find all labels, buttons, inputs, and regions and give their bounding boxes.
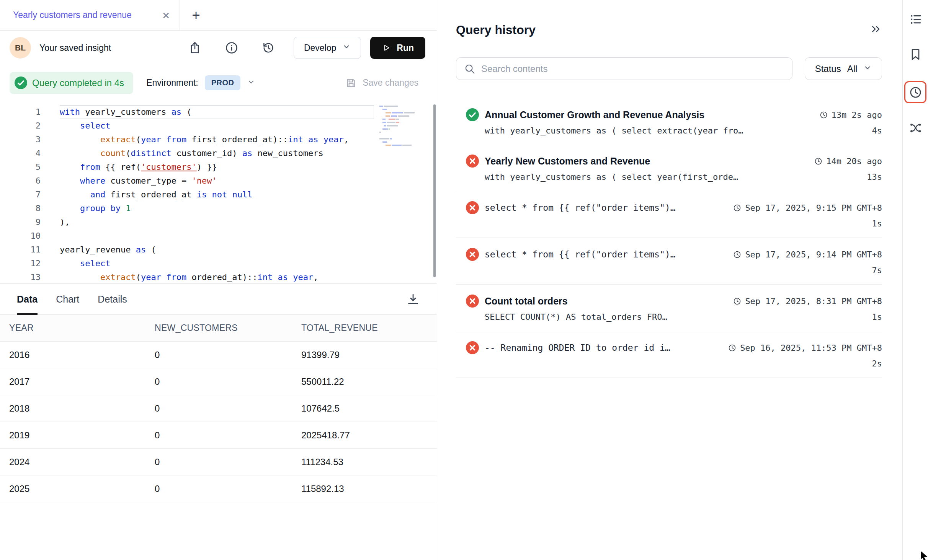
clock-icon (728, 344, 736, 352)
history-item-title: Yearly New Customers and Revenue (485, 156, 807, 167)
line-number: 4 (0, 147, 60, 160)
table-row[interactable]: 20180107642.5 (0, 395, 437, 422)
list-panel-icon[interactable] (907, 11, 924, 28)
code-line[interactable]: 6 where customer_type = 'new' (0, 174, 374, 188)
history-list: Annual Customer Growth and Revenue Analy… (456, 98, 882, 378)
table-row[interactable]: 20240111234.53 (0, 449, 437, 475)
line-number: 10 (0, 229, 60, 243)
code-text: count(distinct customer_id) as new_custo… (60, 147, 374, 160)
history-item-snippet: with yearly_customers as ( select year(f… (485, 172, 867, 182)
new-tab-button[interactable]: + (180, 0, 212, 30)
error-icon (466, 248, 479, 261)
code-line[interactable]: 7 and first_ordered_at is not null (0, 188, 374, 202)
history-item[interactable]: Count total ordersSep 17, 2025, 8:31 PM … (456, 285, 882, 331)
status-filter-dropdown[interactable]: Status All (805, 57, 882, 80)
error-icon (466, 155, 479, 168)
code-line[interactable]: 5 from {{ ref('customers') }} (0, 160, 374, 174)
line-number: 7 (0, 188, 60, 202)
history-item-top: Yearly New Customers and Revenue14m 20s … (456, 155, 882, 168)
header-icons (187, 40, 276, 55)
save-changes-button[interactable]: Save changes (345, 77, 418, 89)
results-tab-data[interactable]: Data (17, 284, 38, 314)
share-icon[interactable] (187, 40, 203, 55)
history-item-duration: 1s (872, 312, 882, 322)
history-item[interactable]: Yearly New Customers and Revenue14m 20s … (456, 145, 882, 191)
lineage-icon[interactable] (907, 119, 924, 136)
query-history-header: Query history (456, 0, 882, 37)
history-item-top: -- Renaming ORDER_ID to order_id i…Sep 1… (456, 341, 882, 354)
version-history-icon[interactable] (261, 40, 276, 55)
table-row[interactable]: 2016091399.79 (0, 342, 437, 368)
tab-bar: Yearly customers and revenue × + (0, 0, 437, 31)
code-text: with yearly_customers as ( (60, 105, 374, 119)
history-item[interactable]: select * from {{ ref("order_items")…Sep … (456, 238, 882, 285)
table-cell: 0 (155, 376, 301, 387)
search-input[interactable] (481, 63, 784, 74)
tab-yearly-customers-and-revenue[interactable]: Yearly customers and revenue × (0, 0, 180, 30)
results-tab-chart[interactable]: Chart (56, 284, 79, 314)
code-line[interactable]: 4 count(distinct customer_id) as new_cus… (0, 147, 374, 160)
code-line[interactable]: 11yearly_revenue as ( (0, 243, 374, 257)
right-icon-rail (902, 0, 928, 560)
line-number: 3 (0, 133, 60, 147)
history-item[interactable]: -- Renaming ORDER_ID to order_id i…Sep 1… (456, 331, 882, 378)
history-item[interactable]: select * from {{ ref("order_items")…Sep … (456, 191, 882, 238)
play-icon (382, 43, 391, 52)
history-clock-icon[interactable] (904, 81, 926, 103)
table-row[interactable]: 20170550011.22 (0, 368, 437, 395)
run-button-label: Run (397, 43, 414, 53)
code-line[interactable]: 13 extract(year from ordered_at)::int as… (0, 270, 374, 283)
code-line[interactable]: 9), (0, 215, 374, 229)
history-item-top: Count total ordersSep 17, 2025, 8:31 PM … (456, 295, 882, 308)
table-cell: 115892.13 (301, 483, 437, 494)
line-number: 13 (0, 270, 60, 283)
clock-icon (820, 111, 828, 119)
code-line[interactable]: 12 select (0, 257, 374, 270)
history-item-time: Sep 17, 2025, 9:14 PM GMT+8 (733, 250, 882, 259)
table-cell: 107642.5 (301, 403, 437, 414)
code-text: and first_ordered_at is not null (60, 188, 374, 202)
save-icon (345, 77, 357, 89)
bookmark-icon[interactable] (907, 46, 924, 63)
minimap[interactable] (379, 104, 430, 158)
environment-selector[interactable]: Environment: PROD (146, 75, 255, 90)
history-item-duration: 13s (867, 172, 882, 182)
table-cell: 0 (155, 403, 301, 414)
code-line[interactable]: 1with yearly_customers as ( (0, 105, 374, 119)
run-button[interactable]: Run (370, 37, 425, 59)
table-row[interactable]: 201902025418.77 (0, 422, 437, 449)
code-text: select (60, 119, 374, 133)
history-item-time: Sep 17, 2025, 8:31 PM GMT+8 (733, 296, 882, 306)
download-icon[interactable] (405, 291, 421, 307)
develop-button-label: Develop (304, 43, 336, 53)
code-text: where customer_type = 'new' (60, 174, 374, 188)
code-line[interactable]: 2 select (0, 119, 374, 133)
clock-icon (814, 157, 822, 165)
code-line[interactable]: 10 (0, 229, 374, 243)
info-icon[interactable] (224, 40, 239, 55)
table-cell: 2016 (9, 350, 155, 360)
history-item-snippet: with yearly_customers as ( select extrac… (485, 126, 872, 135)
develop-button[interactable]: Develop (294, 37, 361, 59)
history-item[interactable]: Annual Customer Growth and Revenue Analy… (456, 98, 882, 145)
table-cell: 0 (155, 483, 301, 494)
close-tab-icon[interactable]: × (162, 9, 170, 21)
table-row[interactable]: 20250115892.13 (0, 475, 437, 502)
history-item-time: 13m 2s ago (820, 110, 882, 120)
sql-editor[interactable]: 1with yearly_customers as (2 select3 ext… (0, 101, 437, 283)
code-text: from {{ ref('customers') }} (60, 160, 374, 174)
code-lines: 1with yearly_customers as (2 select3 ext… (0, 105, 374, 283)
history-item-duration: 7s (872, 265, 882, 275)
code-line[interactable]: 3 extract(year from first_ordered_at)::i… (0, 133, 374, 147)
results-tab-details[interactable]: Details (98, 284, 127, 314)
code-line[interactable]: 8 group by 1 (0, 202, 374, 215)
line-number: 1 (0, 105, 60, 119)
table-cell: 0 (155, 430, 301, 441)
collapse-panel-icon[interactable] (870, 23, 882, 37)
history-item-time: Sep 16, 2025, 11:53 PM GMT+8 (728, 343, 882, 353)
editor-scrollbar[interactable] (433, 104, 436, 277)
results-tab-bar: DataChartDetails (0, 283, 437, 315)
line-number: 9 (0, 215, 60, 229)
app-window: Yearly customers and revenue × + BL Your… (0, 0, 928, 560)
search-box[interactable] (456, 57, 792, 80)
